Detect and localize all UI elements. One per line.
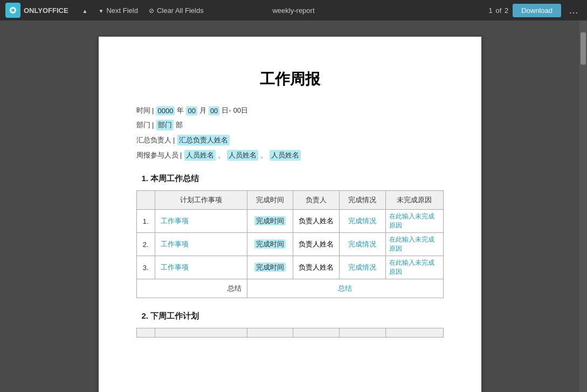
section1-heading: 1. 本周工作总结 — [142, 174, 444, 184]
download-button[interactable]: Download — [513, 4, 561, 17]
participants-label: 周报参与人员 | — [136, 150, 182, 160]
time-sep3: 日- — [222, 106, 231, 115]
toolbar: ONLYOFFICE Next Field Clear All Fields w… — [0, 0, 587, 20]
row-reason-0[interactable]: 在此输入未完成原因 — [385, 210, 443, 233]
header-reason: 未完成原因 — [385, 191, 443, 210]
participant2-field[interactable]: 人员姓名 — [227, 150, 258, 161]
clear-icon — [149, 6, 154, 15]
dept-row: 部门 | 部门部 — [136, 120, 444, 130]
time-end: 00日 — [233, 106, 248, 115]
title-part2: 报 — [305, 71, 320, 87]
time-year-field[interactable]: 0000 — [156, 106, 175, 115]
title-part1: 工作周 — [260, 71, 305, 87]
dept-suffix: 部 — [176, 120, 183, 130]
right-scrollbar[interactable] — [579, 20, 587, 392]
summary-person-field[interactable]: 汇总负责人姓名 — [177, 135, 230, 146]
row-task-1[interactable]: 工作事项 — [155, 233, 247, 256]
dept-field[interactable]: 部门 — [156, 120, 174, 130]
participant-sep2: 、 — [260, 150, 267, 160]
next-week-header-row — [136, 328, 443, 338]
row-reason-2[interactable]: 在此输入未完成原因 — [385, 256, 443, 279]
document-title-heading: 工作周报 — [136, 69, 444, 90]
onlyoffice-logo-icon — [5, 3, 20, 18]
row-time-1[interactable]: 完成时间 — [247, 233, 293, 256]
participant1-field[interactable]: 人员姓名 — [184, 150, 216, 161]
summary-value-cell[interactable]: 总结 — [247, 279, 443, 298]
next-week-table — [136, 328, 444, 338]
app-logo: ONLYOFFICE — [5, 3, 68, 18]
row-reason-1[interactable]: 在此输入未完成原因 — [385, 233, 443, 256]
summary-person-label: 汇总负责人 | — [136, 135, 175, 145]
row-task-2[interactable]: 工作事项 — [155, 256, 247, 279]
document-scroll[interactable]: 工作周报 时间 | 0000年00月00日-00日 部门 | 部门部 汇总负责人… — [0, 20, 579, 392]
participant3-field[interactable]: 人员姓名 — [270, 150, 301, 161]
row-num-0: 1. — [136, 210, 155, 233]
participant-sep1: 、 — [218, 150, 225, 160]
row-task-0[interactable]: 工作事项 — [155, 210, 247, 233]
participants-row: 周报参与人员 | 人员姓名、人员姓名、人员姓名 — [136, 150, 444, 161]
arrow-down-icon — [99, 6, 104, 15]
nw-header-reason — [385, 328, 443, 338]
table-header-row: 计划工作事项 完成时间 负责人 完成情况 未完成原因 — [136, 191, 443, 210]
time-row: 时间 | 0000年00月00日-00日 — [136, 106, 444, 115]
scrollbar-thumb[interactable] — [581, 32, 586, 65]
toolbar-right: 1 of 2 Download … — [489, 4, 582, 17]
section2-heading: 2. 下周工作计划 — [142, 311, 444, 321]
header-num — [136, 191, 155, 210]
time-sep2: 月 — [199, 106, 206, 115]
next-field-button[interactable]: Next Field — [93, 4, 143, 17]
nw-header-time — [247, 328, 293, 338]
table-row: 3. 工作事项 完成时间 负责人姓名 完成情况 在此输入未完成原因 — [136, 256, 443, 279]
row-person-1: 负责人姓名 — [293, 233, 340, 256]
header-person: 负责人 — [293, 191, 340, 210]
dept-label: 部门 | — [136, 120, 154, 130]
row-num-2: 3. — [136, 256, 155, 279]
nw-header-status — [339, 328, 385, 338]
document: 工作周报 时间 | 0000年00月00日-00日 部门 | 部门部 汇总负责人… — [99, 37, 481, 392]
nw-header-task — [155, 328, 247, 338]
arrow-up-icon — [82, 6, 88, 15]
summary-field[interactable]: 总结 — [338, 284, 352, 292]
document-title: weekly-report — [272, 6, 314, 15]
row-status-1[interactable]: 完成情况 — [339, 233, 385, 256]
work-summary-table: 计划工作事项 完成时间 负责人 完成情况 未完成原因 1. 工作事项 完成时间 … — [136, 190, 444, 298]
header-time: 完成时间 — [247, 191, 293, 210]
row-time-0[interactable]: 完成时间 — [247, 210, 293, 233]
page-indicator: 1 of 2 — [489, 6, 509, 15]
row-status-0[interactable]: 完成情况 — [339, 210, 385, 233]
row-person-0: 负责人姓名 — [293, 210, 340, 233]
row-person-2: 负责人姓名 — [293, 256, 340, 279]
row-status-2[interactable]: 完成情况 — [339, 256, 385, 279]
summary-person-row: 汇总负责人 | 汇总负责人姓名 — [136, 135, 444, 146]
time-day-field[interactable]: 00 — [209, 106, 219, 115]
content-area: 工作周报 时间 | 0000年00月00日-00日 部门 | 部门部 汇总负责人… — [0, 20, 587, 392]
time-month-field[interactable]: 00 — [186, 106, 197, 115]
summary-label: 总结 — [136, 279, 247, 298]
svg-point-2 — [11, 9, 15, 12]
row-num-1: 2. — [136, 233, 155, 256]
time-label: 时间 | — [136, 106, 154, 115]
row-time-2[interactable]: 完成时间 — [247, 256, 293, 279]
summary-row: 总结 总结 — [136, 279, 443, 298]
prev-field-button[interactable] — [77, 4, 93, 17]
app-name: ONLYOFFICE — [24, 6, 68, 15]
more-options-button[interactable]: … — [565, 4, 582, 17]
time-sep1: 年 — [177, 106, 184, 115]
table-row: 2. 工作事项 完成时间 负责人姓名 完成情况 在此输入未完成原因 — [136, 233, 443, 256]
nw-header-person — [293, 328, 340, 338]
header-task: 计划工作事项 — [155, 191, 247, 210]
header-status: 完成情况 — [339, 191, 385, 210]
table-row: 1. 工作事项 完成时间 负责人姓名 完成情况 在此输入未完成原因 — [136, 210, 443, 233]
nw-header-num — [136, 328, 155, 338]
clear-all-fields-button[interactable]: Clear All Fields — [143, 4, 209, 17]
